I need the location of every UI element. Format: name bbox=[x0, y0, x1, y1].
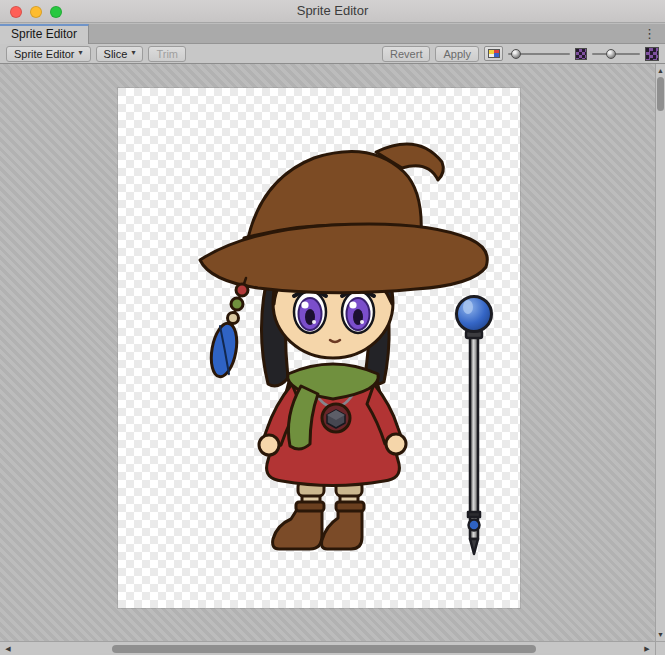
mip-large-icon bbox=[645, 47, 659, 61]
scroll-up-arrow-icon[interactable]: ▲ bbox=[656, 65, 665, 76]
scrollbar-corner bbox=[655, 641, 665, 655]
vertical-scrollbar[interactable]: ▲ ▼ bbox=[655, 64, 665, 641]
toolbar: Sprite Editor ▾ Slice ▾ Trim Revert Appl… bbox=[0, 44, 665, 64]
mip-slider-track bbox=[592, 53, 640, 55]
close-button[interactable] bbox=[10, 6, 22, 18]
texture-canvas[interactable] bbox=[118, 88, 520, 608]
horizontal-scrollbar-thumb[interactable] bbox=[112, 645, 536, 653]
trim-button[interactable]: Trim bbox=[148, 46, 186, 62]
zoom-window-button[interactable] bbox=[50, 6, 62, 18]
mode-dropdown-label: Sprite Editor bbox=[14, 48, 75, 60]
slice-dropdown[interactable]: Slice ▾ bbox=[96, 46, 144, 62]
zoom-slider-knob[interactable] bbox=[511, 49, 521, 59]
tab-bar: Sprite Editor ⋮ bbox=[0, 24, 665, 44]
window-title: Sprite Editor bbox=[0, 0, 665, 22]
apply-button[interactable]: Apply bbox=[435, 46, 479, 62]
scroll-down-arrow-icon[interactable]: ▼ bbox=[656, 629, 665, 640]
rgb-alpha-toggle-button[interactable] bbox=[484, 46, 503, 61]
sprite-image bbox=[118, 88, 520, 608]
horizontal-scrollbar[interactable]: ◀ ▶ bbox=[0, 641, 655, 655]
title-bar[interactable]: Sprite Editor bbox=[0, 0, 665, 23]
staff-sprite bbox=[457, 297, 492, 555]
mip-slider[interactable] bbox=[592, 47, 640, 61]
revert-button[interactable]: Revert bbox=[382, 46, 430, 62]
canvas-area[interactable] bbox=[0, 64, 655, 641]
chevron-down-icon: ▾ bbox=[131, 48, 135, 57]
slice-dropdown-label: Slice bbox=[104, 48, 128, 60]
character-sprite bbox=[200, 144, 487, 549]
zoom-slider[interactable] bbox=[508, 47, 570, 61]
scroll-left-arrow-icon[interactable]: ◀ bbox=[2, 642, 14, 655]
traffic-lights bbox=[10, 6, 62, 18]
pane-menu-icon[interactable]: ⋮ bbox=[643, 25, 656, 43]
rgb-color-icon bbox=[488, 49, 500, 58]
mip-small-icon bbox=[575, 48, 587, 60]
sprite-editor-mode-dropdown[interactable]: Sprite Editor ▾ bbox=[6, 46, 91, 62]
tab-sprite-editor[interactable]: Sprite Editor bbox=[0, 24, 89, 44]
chevron-down-icon: ▾ bbox=[79, 48, 83, 57]
scroll-right-arrow-icon[interactable]: ▶ bbox=[641, 642, 653, 655]
mip-slider-knob[interactable] bbox=[606, 49, 616, 59]
minimize-button[interactable] bbox=[30, 6, 42, 18]
vertical-scrollbar-thumb[interactable] bbox=[657, 77, 664, 111]
